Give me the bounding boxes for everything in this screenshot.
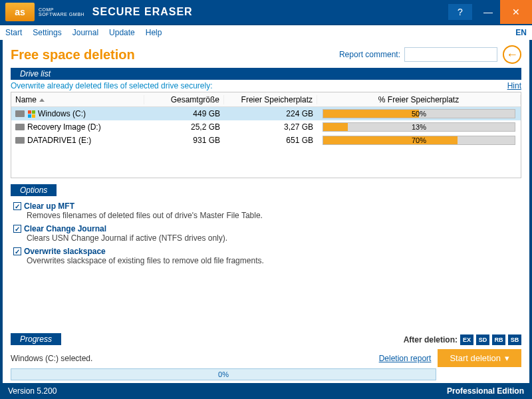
back-button[interactable]: ←	[503, 45, 521, 64]
report-comment-label: Report comment:	[339, 50, 400, 59]
option-desc: Clears USN Change Journal if active (NTF…	[27, 233, 521, 243]
col-size[interactable]: Gesamtgröße	[144, 95, 224, 104]
col-name[interactable]: Name	[11, 95, 144, 104]
chevron-down-icon: ▾	[505, 353, 509, 363]
drive-total-size: 931 GB	[144, 136, 224, 145]
table-row[interactable]: DATADRIVE1 (E:)931 GB651 GB70 %	[11, 134, 521, 147]
drive-table: Name Gesamtgröße Freier Speicherplatz % …	[11, 92, 521, 178]
after-btn-rb[interactable]: RB	[492, 334, 505, 345]
pct-label: 70	[412, 136, 420, 144]
drive-icon	[15, 124, 25, 130]
report-comment-input[interactable]	[404, 47, 497, 62]
col-free[interactable]: Freier Speicherplatz	[224, 95, 317, 104]
drive-free-space: 224 GB	[224, 109, 317, 118]
windows-icon	[27, 110, 35, 118]
hint-link[interactable]: Hint	[507, 81, 521, 90]
drive-total-size: 449 GB	[144, 109, 224, 118]
close-button[interactable]: ✕	[500, 0, 532, 24]
after-btn-ex[interactable]: EX	[460, 334, 473, 345]
table-header: Name Gesamtgröße Freier Speicherplatz % …	[11, 92, 521, 107]
drive-name: Recovery Image (D:)	[27, 122, 101, 132]
edition-label: Professional Edition	[447, 386, 524, 396]
deletion-report-link[interactable]: Deletion report	[379, 354, 432, 363]
option-label: Clear Change Journal	[24, 224, 106, 233]
drive-free-space: 651 GB	[224, 136, 317, 145]
version-label: Version 5.200	[8, 386, 57, 396]
footer: Version 5.200 Professional Edition	[0, 383, 532, 399]
logo-sub-2: SOFTWARE GMBH	[39, 12, 84, 17]
menu-update[interactable]: Update	[109, 28, 135, 37]
start-deletion-button[interactable]: Start deletion ▾	[438, 349, 521, 367]
after-btn-sb[interactable]: SB	[508, 334, 521, 345]
pct-label: 50	[412, 110, 420, 118]
content-area: Free space deletion Report comment: ← Dr…	[0, 40, 532, 383]
table-row[interactable]: Recovery Image (D:)25,2 GB3,27 GB13 %	[11, 120, 521, 134]
pct-bar: 50 %	[323, 109, 515, 118]
drive-icon	[15, 137, 25, 144]
menu-settings[interactable]: Settings	[33, 28, 61, 37]
page-title: Free space deletion	[11, 47, 135, 63]
minimize-button[interactable]: —	[476, 4, 500, 20]
drive-list-tab: Drive list	[11, 68, 521, 80]
progress-tab: Progress	[11, 333, 61, 345]
language-toggle[interactable]: EN	[515, 28, 527, 37]
menu-help[interactable]: Help	[146, 28, 162, 37]
option-desc: Overwrites slackspace of existing files …	[27, 256, 521, 265]
pct-label: 13	[412, 123, 420, 131]
app-logo: as COMP SOFTWARE GMBH	[5, 3, 84, 21]
logo-box: as	[5, 3, 35, 21]
drive-name: Windows (C:)	[38, 109, 86, 118]
sort-indicator-icon	[39, 98, 45, 102]
options-tab: Options	[11, 184, 57, 196]
menu-start[interactable]: Start	[5, 28, 22, 37]
option-checkbox[interactable]: ✓	[13, 202, 21, 210]
col-pct[interactable]: % Freier Speicherplatz	[317, 95, 521, 104]
titlebar: as COMP SOFTWARE GMBH SECURE ERASER ? — …	[0, 0, 532, 24]
option-desc: Removes filenames of deleted files out o…	[27, 211, 521, 220]
logo-sub-1: COMP	[39, 7, 84, 12]
menubar: Start Settings Journal Update Help EN	[0, 24, 532, 40]
drive-free-space: 3,27 GB	[224, 122, 317, 132]
progress-bar: 0%	[11, 368, 436, 380]
after-deletion-label: After deletion:	[404, 335, 458, 344]
drive-name: DATADRIVE1 (E:)	[27, 136, 91, 145]
option-checkbox[interactable]: ✓	[13, 247, 21, 255]
option-checkbox[interactable]: ✓	[13, 225, 21, 233]
option-label: Overwrite slackspace	[24, 247, 106, 256]
after-btn-sd[interactable]: SD	[476, 334, 489, 345]
option-label: Clear up MFT	[24, 201, 74, 211]
pct-bar: 13 %	[323, 122, 515, 132]
progress-status: Windows (C:) selected.	[11, 354, 92, 363]
drive-icon	[15, 110, 25, 117]
drive-total-size: 25,2 GB	[144, 122, 224, 132]
app-title: SECURE ERASER	[92, 6, 193, 18]
menu-journal[interactable]: Journal	[72, 28, 98, 37]
table-row[interactable]: Windows (C:)449 GB224 GB50 %	[11, 107, 521, 120]
help-button[interactable]: ?	[448, 4, 472, 20]
drive-list-subtitle: Overwrite already deleted files of selec…	[11, 81, 212, 90]
pct-bar: 70 %	[323, 136, 515, 145]
